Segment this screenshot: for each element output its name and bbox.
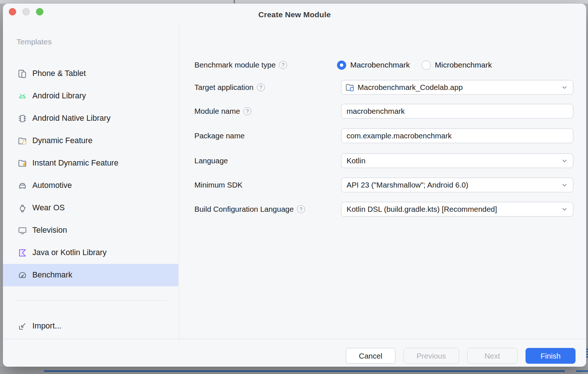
sidebar-item-television[interactable]: Television <box>3 219 178 242</box>
create-new-module-dialog: Create New Module Templates Phone & Tabl… <box>3 4 586 367</box>
field-label: Target application ? <box>194 83 341 92</box>
field-label: Module name ? <box>194 107 341 116</box>
sidebar-item-label: Television <box>32 226 67 235</box>
sidebar-item-benchmark[interactable]: Benchmark <box>3 264 178 286</box>
footer-buttons: Cancel Previous Next Finish <box>346 348 576 364</box>
field-label: Benchmark module type ? <box>194 61 341 69</box>
form-row-module-name: Module name ? <box>194 104 573 119</box>
form-row-package-name: Package name <box>194 128 573 143</box>
sidebar-item-label: Benchmark <box>32 270 72 280</box>
form-row-language: Language Kotlin <box>194 153 573 168</box>
sidebar-item-label: Instant Dynamic Feature <box>32 159 118 168</box>
background-caret-line <box>44 370 565 372</box>
form-row-benchmark-module-type: Benchmark module type ? Macrobenchmark M… <box>194 58 573 72</box>
module-name-input[interactable] <box>341 104 573 118</box>
screen: Create New Module Templates Phone & Tabl… <box>0 0 588 374</box>
help-icon[interactable]: ? <box>279 61 287 69</box>
radio-selected-icon[interactable] <box>337 61 346 70</box>
field-label: Minimum SDK <box>194 181 341 189</box>
cancel-button[interactable]: Cancel <box>346 348 395 364</box>
kotlin-icon <box>18 248 27 258</box>
field-label: Package name <box>194 131 341 140</box>
background-caret-line-2 <box>576 370 588 372</box>
sidebar-item-instant-dynamic-feature[interactable]: Instant Dynamic Feature <box>3 152 178 174</box>
dropdown-value: Kotlin <box>345 156 560 165</box>
sidebar-item-label: Import... <box>32 322 61 331</box>
dialog-title: Create New Module <box>3 10 586 19</box>
module-form: Benchmark module type ? Macrobenchmark M… <box>179 22 586 339</box>
sidebar-item-label: Java or Kotlin Library <box>32 248 107 257</box>
build-configuration-language-dropdown[interactable]: Kotlin DSL (build.gradle.kts) [Recommend… <box>341 202 573 217</box>
dropdown-value: Macrobenchmark_Codelab.app <box>355 83 560 92</box>
minimum-sdk-dropdown[interactable]: API 23 ("Marshmallow"; Android 6.0) <box>341 178 573 192</box>
sidebar-heading: Templates <box>17 37 52 46</box>
phone-tablet-icon <box>18 69 27 79</box>
field-label: Language <box>194 156 341 165</box>
chevron-down-icon <box>560 83 569 91</box>
template-list: Phone & Tablet Android Library <box>3 62 178 286</box>
sidebar-divider <box>16 300 166 301</box>
help-icon[interactable]: ? <box>243 107 251 115</box>
chevron-down-icon <box>560 205 569 213</box>
sidebar-item-java-kotlin-library[interactable]: Java or Kotlin Library <box>3 242 178 264</box>
car-icon <box>18 181 27 190</box>
help-icon[interactable]: ? <box>297 205 305 213</box>
target-application-dropdown[interactable]: Macrobenchmark_Codelab.app <box>341 80 573 95</box>
module-name-field-wrap <box>341 104 573 119</box>
form-row-build-configuration-language: Build Configuration Language ? Kotlin DS… <box>194 202 573 217</box>
sidebar-item-label: Wear OS <box>32 203 65 213</box>
app-folder-icon <box>345 83 355 92</box>
sidebar-item-label: Dynamic Feature <box>32 136 93 145</box>
language-dropdown[interactable]: Kotlin <box>341 153 573 168</box>
sidebar-item-import[interactable]: Import... <box>3 315 178 337</box>
radio-unselected-icon[interactable] <box>422 61 431 70</box>
instant-dynamic-feature-folder-icon <box>18 159 27 168</box>
form-row-minimum-sdk: Minimum SDK API 23 ("Marshmallow"; Andro… <box>194 178 573 192</box>
dynamic-feature-folder-icon <box>18 136 27 146</box>
sidebar-item-label: Automotive <box>32 181 72 190</box>
sidebar-item-label: Android Native Library <box>32 114 111 123</box>
sidebar-item-android-native-library[interactable]: Android Native Library <box>3 107 178 130</box>
gauge-icon <box>18 270 27 280</box>
watch-icon <box>18 203 27 213</box>
package-name-input[interactable] <box>341 129 573 143</box>
background-top-strip <box>0 0 588 4</box>
sidebar-item-label: Phone & Tablet <box>32 69 86 78</box>
next-button: Next <box>467 348 517 364</box>
sidebar-item-label: Android Library <box>32 91 86 101</box>
previous-button: Previous <box>404 348 459 364</box>
finish-button[interactable]: Finish <box>526 348 576 364</box>
sidebar-item-dynamic-feature[interactable]: Dynamic Feature <box>3 130 178 152</box>
chevron-down-icon <box>560 181 569 189</box>
benchmark-type-radio-group: Macrobenchmark Microbenchmark <box>337 61 573 70</box>
dialog-footer: Cancel Previous Next Finish <box>3 339 586 367</box>
sidebar-item-android-library[interactable]: Android Library <box>3 85 178 107</box>
import-icon <box>18 322 27 331</box>
sidebar-item-automotive[interactable]: Automotive <box>3 174 178 197</box>
radio-macrobenchmark[interactable]: Macrobenchmark <box>337 61 410 70</box>
titlebar: Create New Module <box>3 4 586 22</box>
android-icon <box>18 91 27 101</box>
templates-sidebar: Templates Phone & Tablet <box>3 22 179 339</box>
radio-microbenchmark[interactable]: Microbenchmark <box>422 61 492 70</box>
dropdown-value: Kotlin DSL (build.gradle.kts) [Recommend… <box>345 205 560 214</box>
tv-icon <box>18 226 27 235</box>
chevron-down-icon <box>560 157 569 165</box>
sidebar-item-phone-tablet[interactable]: Phone & Tablet <box>3 62 178 85</box>
background-top-tick <box>234 0 235 3</box>
field-label: Build Configuration Language ? <box>194 205 341 214</box>
chip-icon <box>18 114 27 123</box>
dropdown-value: API 23 ("Marshmallow"; Android 6.0) <box>345 181 560 189</box>
package-name-field-wrap <box>341 128 573 143</box>
form-row-target-application: Target application ? Macrobenchmark_Code… <box>194 80 573 95</box>
sidebar-item-wear-os[interactable]: Wear OS <box>3 197 178 219</box>
help-icon[interactable]: ? <box>257 83 265 91</box>
